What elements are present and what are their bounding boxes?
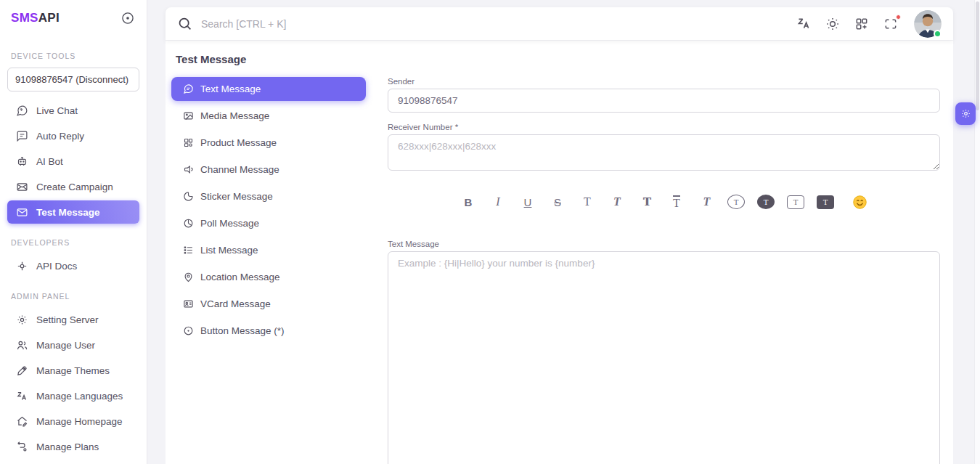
tab-label: Poll Message — [200, 218, 259, 229]
message-square-icon — [15, 129, 28, 142]
text-script-button[interactable]: T — [608, 193, 626, 211]
tab-list-message[interactable]: List Message — [171, 238, 366, 262]
tab-label: Media Message — [200, 110, 269, 121]
sidebar-item-label: AI Bot — [36, 156, 63, 167]
navbar-actions — [795, 10, 942, 38]
device-selector[interactable]: 91098876547 (Disconnect) — [7, 68, 139, 91]
tab-label: VCard Message — [200, 298, 271, 309]
emoji-picker-button[interactable] — [851, 193, 868, 211]
italic-button[interactable]: I — [489, 193, 507, 211]
customizer-gear-button[interactable] — [955, 102, 976, 125]
sidebar-item-label: Manage User — [36, 340, 95, 351]
sidebar-item-create-campaign[interactable]: Create Campaign — [7, 175, 139, 198]
sidebar-item-label: Auto Reply — [36, 131, 84, 142]
pie-chart-icon — [182, 218, 194, 229]
sidebar-item-test-message[interactable]: Test Message — [7, 200, 139, 224]
tab-sticker-message[interactable]: Sticker Message — [171, 184, 366, 208]
app-logo[interactable]: SMSAPI — [11, 11, 60, 25]
language-icon — [15, 389, 28, 402]
chat-bubble-icon — [15, 104, 28, 117]
robot-icon — [15, 155, 28, 168]
text-circle-filled-button[interactable]: T — [757, 195, 775, 209]
route-icon — [15, 440, 28, 453]
page-title: Test Message — [166, 41, 953, 70]
sidebar-item-label: Live Chat — [36, 105, 78, 116]
tab-location-message[interactable]: Location Message — [171, 265, 366, 289]
tab-channel-message[interactable]: Channel Message — [171, 158, 366, 182]
receiver-label: Receiver Number * — [388, 123, 940, 131]
tab-poll-message[interactable]: Poll Message — [171, 211, 366, 235]
global-search[interactable] — [177, 16, 795, 31]
search-icon — [177, 16, 192, 31]
tab-product-message[interactable]: Product Message — [171, 131, 366, 155]
brush-icon — [15, 364, 28, 377]
section-developers: DEVELOPERS — [11, 238, 136, 247]
vcard-icon — [182, 298, 194, 310]
sidebar-item-label: Setting Server — [36, 314, 99, 325]
home-icon — [15, 415, 28, 428]
sidebar-item-auto-reply[interactable]: Auto Reply — [7, 124, 139, 147]
online-status-dot — [934, 30, 942, 38]
tab-label: Location Message — [200, 272, 280, 282]
bold-button[interactable]: B — [460, 193, 477, 211]
sidebar-item-manage-plans[interactable]: Manage Plans — [7, 435, 139, 458]
tab-media-message[interactable]: Media Message — [171, 104, 366, 128]
sidebar-item-manage-homepage[interactable]: Manage Homepage — [7, 410, 139, 433]
section-device-tools: DEVICE TOOLS — [11, 52, 136, 60]
notification-badge — [896, 15, 901, 20]
user-avatar[interactable] — [914, 10, 942, 38]
formatting-toolbar: B I U S T T T T T T T T T — [388, 193, 940, 211]
users-icon — [15, 338, 28, 351]
sidebar: SMSAPI DEVICE TOOLS 91098876547 (Disconn… — [0, 0, 147, 464]
shortcuts-grid-icon[interactable] — [853, 15, 870, 33]
sidebar-item-manage-themes[interactable]: Manage Themes — [7, 359, 139, 382]
sidebar-item-api-docs[interactable]: API Docs — [7, 254, 139, 277]
media-image-icon — [182, 110, 194, 122]
sidebar-item-ai-bot[interactable]: AI Bot — [7, 150, 139, 173]
sidebar-item-label: Manage Homepage — [36, 416, 123, 427]
theme-toggle-sun-icon[interactable] — [824, 15, 841, 33]
text-circle-outline-button[interactable]: T — [727, 195, 745, 209]
page-scrollbar[interactable] — [974, 0, 980, 464]
text-plain-button[interactable]: T — [579, 193, 596, 211]
sidebar-item-manage-user[interactable]: Manage User — [7, 333, 139, 357]
campaign-mail-icon — [15, 180, 28, 193]
sidebar-item-label: Manage Languages — [36, 391, 123, 402]
sidebar-collapse-icon[interactable] — [121, 11, 135, 25]
sticker-icon — [182, 191, 194, 203]
text-doublestruck-button[interactable]: T — [638, 193, 656, 211]
text-fraktur-button[interactable]: T — [698, 193, 715, 211]
sidebar-item-label: Manage Themes — [36, 365, 110, 376]
language-switcher-icon[interactable] — [795, 15, 812, 33]
underline-button[interactable]: U — [519, 193, 536, 211]
section-admin-panel: ADMIN PANEL — [11, 292, 136, 301]
tab-label: Channel Message — [200, 164, 279, 175]
text-message-icon — [182, 84, 194, 95]
strikethrough-button[interactable]: S — [549, 193, 566, 211]
text-overline-button[interactable]: T — [668, 193, 685, 211]
search-input[interactable] — [201, 18, 795, 30]
tab-label: Product Message — [200, 137, 277, 148]
megaphone-icon — [182, 164, 194, 176]
message-type-tabs: Text Message Media Message Product Messa… — [171, 77, 366, 464]
tab-button-message[interactable]: Button Message (*) — [171, 319, 366, 343]
product-grid-icon — [182, 137, 194, 149]
text-square-filled-button[interactable]: T — [817, 195, 834, 209]
message-input[interactable] — [388, 251, 940, 464]
top-navbar — [166, 7, 953, 40]
api-icon — [15, 259, 28, 272]
sidebar-item-live-chat[interactable]: Live Chat — [7, 99, 139, 122]
scrollbar-thumb[interactable] — [976, 1, 979, 110]
text-square-outline-button[interactable]: T — [787, 195, 804, 209]
sidebar-item-label: Manage Plans — [36, 441, 99, 452]
tab-vcard-message[interactable]: VCard Message — [171, 292, 366, 316]
sender-input[interactable] — [388, 89, 940, 113]
tab-text-message[interactable]: Text Message — [171, 77, 366, 101]
receiver-input[interactable] — [388, 134, 940, 171]
sidebar-item-setting-server[interactable]: Setting Server — [7, 308, 139, 331]
page-content: Test Message Text Message Media Message … — [166, 41, 953, 464]
notification-screen-icon[interactable] — [882, 15, 899, 33]
tab-label: List Message — [200, 245, 258, 256]
sender-label: Sender — [388, 77, 940, 86]
sidebar-item-manage-languages[interactable]: Manage Languages — [7, 384, 139, 407]
